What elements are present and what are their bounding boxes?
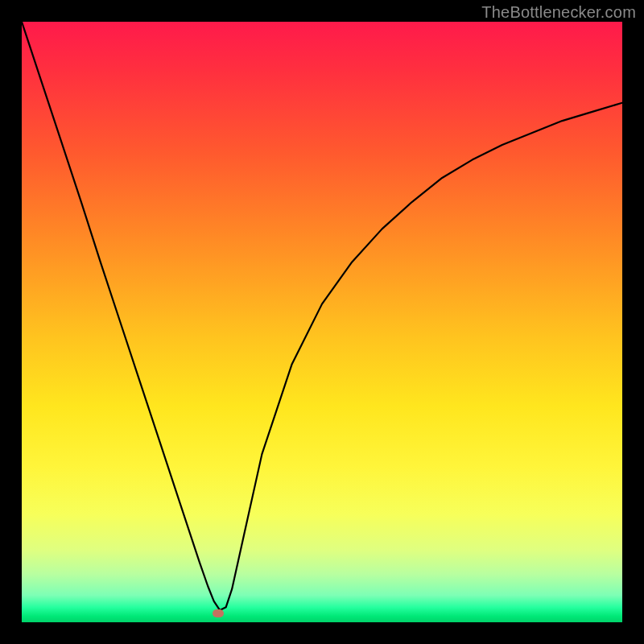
- minimum-marker: [213, 609, 224, 617]
- plot-area: [22, 22, 622, 622]
- chart-frame: TheBottlenecker.com: [0, 0, 644, 644]
- watermark-text: TheBottlenecker.com: [481, 3, 636, 22]
- bottleneck-curve: [22, 22, 622, 622]
